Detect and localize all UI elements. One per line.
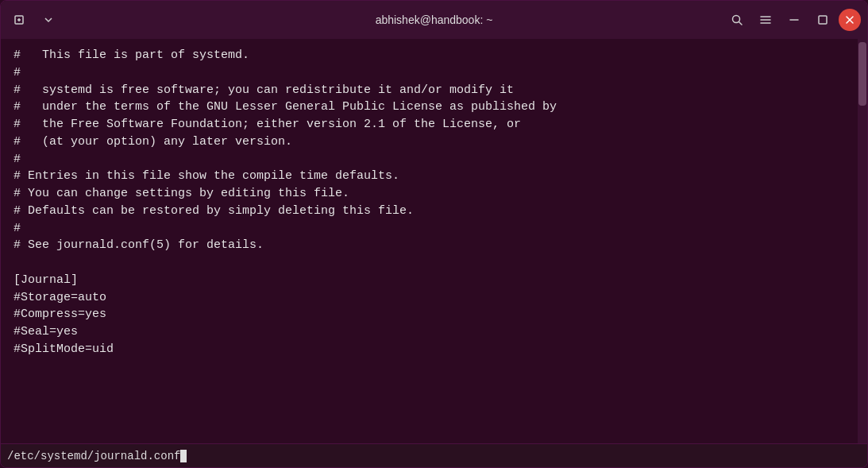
menu-button[interactable]	[753, 7, 778, 33]
titlebar-left	[7, 7, 61, 33]
dropdown-button[interactable]	[36, 7, 61, 33]
status-path: /etc/systemd/journald.conf	[7, 450, 180, 462]
search-button[interactable]	[724, 7, 750, 33]
terminal-content[interactable]: # This file is part of systemd. # # syst…	[1, 39, 858, 443]
scrollbar[interactable]	[858, 39, 867, 443]
scrollbar-thumb[interactable]	[858, 42, 866, 106]
terminal-text: # This file is part of systemd. # # syst…	[14, 47, 845, 358]
terminal-window: abhishek@handbook: ~	[0, 0, 868, 468]
terminal-body: # This file is part of systemd. # # syst…	[1, 39, 867, 443]
svg-rect-2	[819, 16, 827, 24]
maximize-button[interactable]	[810, 7, 835, 33]
status-bar: /etc/systemd/journald.conf	[1, 443, 867, 467]
titlebar-right	[724, 7, 861, 33]
new-tab-button[interactable]	[7, 7, 33, 33]
close-button[interactable]	[839, 9, 861, 31]
minimize-button[interactable]	[781, 7, 807, 33]
cursor	[180, 450, 187, 462]
titlebar: abhishek@handbook: ~	[1, 1, 867, 39]
titlebar-title: abhishek@handbook: ~	[376, 14, 493, 26]
